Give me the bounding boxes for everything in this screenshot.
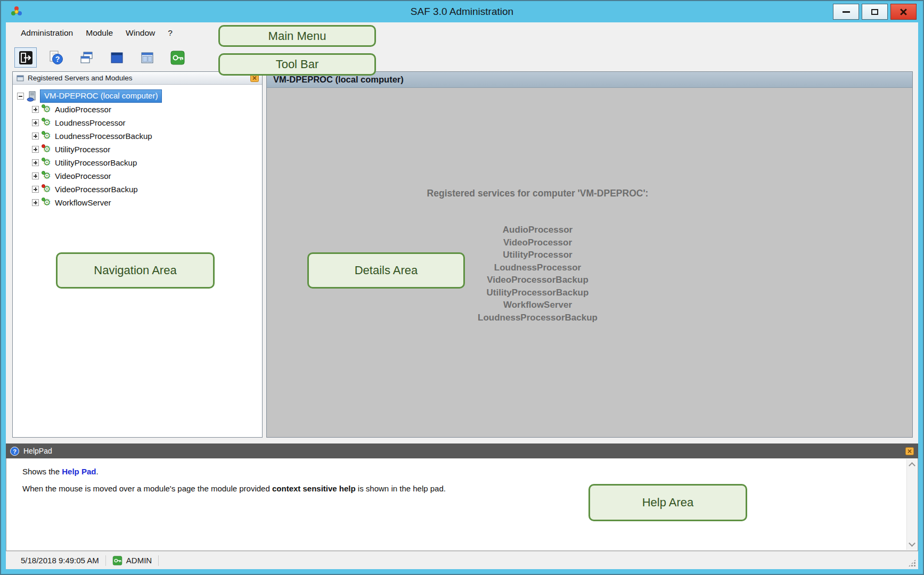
scroll-down-icon[interactable]: [909, 540, 915, 547]
minimize-button[interactable]: [833, 4, 859, 20]
menu-item-window[interactable]: Window: [119, 23, 161, 43]
tile-windows-button[interactable]: [136, 47, 158, 68]
helppad-line-1: Shows the Help Pad.: [22, 467, 880, 476]
window-controls: [833, 4, 917, 20]
collapse-icon[interactable]: [17, 93, 24, 100]
annotation-tool-bar: Tool Bar: [218, 53, 376, 76]
close-button[interactable]: [890, 4, 917, 20]
expand-icon[interactable]: [32, 172, 39, 179]
module-page-icon: [110, 51, 124, 65]
expand-icon[interactable]: [32, 146, 39, 153]
tree-label: LoudnessProcessorBackup: [55, 132, 152, 141]
status-bar: 5/18/2018 9:49:05 AM ADMIN: [6, 551, 918, 569]
menu-item-administration[interactable]: Administration: [14, 23, 79, 43]
annotation-navigation-area: Navigation Area: [56, 252, 215, 289]
tree-label: VideoProcessor: [55, 171, 111, 180]
close-icon: [900, 8, 907, 16]
key-login-button[interactable]: [166, 47, 189, 68]
help-pad-link[interactable]: Help Pad: [62, 467, 96, 476]
client-area: Administration Module Window ?: [6, 22, 918, 569]
tree-label: WorkflowServer: [55, 198, 111, 207]
status-separator: [158, 555, 159, 566]
server-icon: [27, 91, 37, 102]
status-separator: [105, 555, 106, 566]
panel-icon: [16, 74, 24, 83]
menu-bar: Administration Module Window ?: [6, 22, 918, 44]
tree-item-video-processor[interactable]: VideoProcessor: [17, 169, 262, 183]
module-gears-icon: [42, 118, 52, 128]
maximize-button[interactable]: [862, 4, 888, 20]
annotation-main-menu: Main Menu: [218, 25, 376, 47]
service-entry: VideoProcessor: [267, 236, 808, 249]
helppad-help-icon: ?: [10, 447, 19, 456]
navigation-panel-title: Registered Servers and Modules: [28, 74, 133, 82]
menu-item-module[interactable]: Module: [79, 23, 119, 43]
key-icon: [170, 51, 185, 65]
svg-text:?: ?: [55, 55, 60, 63]
minimize-icon: [843, 11, 850, 13]
expand-icon[interactable]: [32, 119, 39, 126]
tree-label: VideoProcessorBackup: [55, 185, 138, 194]
service-entry: LoudnessProcessorBackup: [267, 311, 808, 324]
module-gears-icon: [42, 158, 52, 168]
exit-button[interactable]: [14, 47, 37, 68]
module-page-button[interactable]: [105, 47, 128, 68]
menu-item-help[interactable]: ?: [161, 23, 179, 43]
expand-icon[interactable]: [32, 199, 39, 206]
help-icon: ?: [49, 51, 63, 65]
scroll-up-icon[interactable]: [909, 462, 915, 469]
tree-item-video-processor-backup[interactable]: VideoProcessorBackup: [17, 183, 262, 196]
tree-item-utility-processor[interactable]: UtilityProcessor: [17, 143, 262, 156]
tree-item-vm-dpeproc[interactable]: VM-DPEPROC (local computer): [17, 89, 262, 103]
exit-icon: [19, 51, 33, 65]
service-entry: AudioProcessor: [267, 224, 808, 236]
helppad-panel: ? HelpPad Shows the Help Pad. When the m…: [6, 443, 918, 551]
helppad-close-button[interactable]: [905, 447, 914, 455]
annotation-details-area: Details Area: [307, 252, 465, 289]
module-gears-icon: [42, 144, 52, 155]
module-gears-icon: [42, 184, 52, 195]
expand-icon[interactable]: [32, 159, 39, 166]
tree-label: LoudnessProcessor: [55, 118, 126, 127]
cascade-windows-button[interactable]: [75, 47, 97, 68]
status-user: ADMIN: [112, 556, 152, 565]
service-entry: WorkflowServer: [267, 299, 808, 311]
tree-label: UtilityProcessor: [55, 145, 110, 154]
app-logo-icon: [11, 6, 22, 18]
app-window: SAF 3.0 Administration Administration Mo…: [0, 0, 924, 575]
title-bar: SAF 3.0 Administration: [1, 1, 923, 22]
help-button[interactable]: ?: [45, 47, 67, 68]
helppad-scrollbar[interactable]: [906, 459, 917, 550]
status-timestamp: 5/18/2018 9:49:05 AM: [21, 556, 99, 565]
expand-icon[interactable]: [32, 186, 39, 193]
expand-icon[interactable]: [32, 106, 39, 113]
helppad-body: Shows the Help Pad. When the mouse is mo…: [6, 458, 918, 551]
annotation-help-area: Help Area: [588, 484, 747, 521]
helppad-header: ? HelpPad: [6, 443, 918, 458]
tree-item-loudness-processor[interactable]: LoudnessProcessor: [17, 116, 262, 129]
module-gears-icon: [42, 104, 52, 115]
expand-icon[interactable]: [32, 133, 39, 139]
window-title: SAF 3.0 Administration: [1, 6, 923, 18]
tree-label: UtilityProcessorBackup: [55, 158, 137, 167]
tree-item-audio-processor[interactable]: AudioProcessor: [17, 103, 262, 116]
services-heading: Registered services for computer 'VM-DPE…: [267, 188, 808, 199]
cascade-windows-icon: [79, 51, 94, 65]
resize-grip[interactable]: [908, 559, 916, 567]
helppad-line-2: When the mouse is moved over a module's …: [22, 484, 880, 493]
tree-item-loudness-processor-backup[interactable]: LoudnessProcessorBackup: [17, 129, 262, 143]
status-user-label: ADMIN: [126, 556, 152, 565]
tree-item-workflow-server[interactable]: WorkflowServer: [17, 196, 262, 209]
tile-windows-icon: [140, 51, 154, 65]
tree-item-utility-processor-backup[interactable]: UtilityProcessorBackup: [17, 156, 262, 169]
panel-close-icon: [905, 447, 914, 455]
module-gears-icon: [42, 198, 52, 208]
selected-tree-label: VM-DPEPROC (local computer): [40, 89, 162, 103]
module-gears-icon: [42, 131, 52, 142]
panel-splitter[interactable]: [263, 71, 266, 438]
svg-text:?: ?: [13, 448, 17, 455]
maximize-icon: [871, 9, 878, 15]
helppad-title: HelpPad: [23, 447, 52, 455]
toolbar: ?: [6, 44, 918, 71]
user-key-icon: [112, 556, 122, 565]
